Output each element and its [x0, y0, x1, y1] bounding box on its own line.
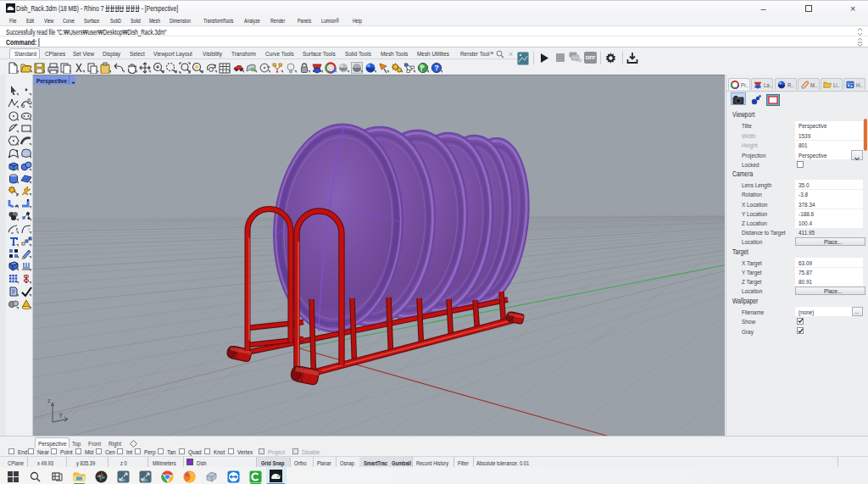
svg-text:3D: 3D	[143, 478, 147, 482]
svg-text:3D: 3D	[121, 478, 125, 482]
svg-text:z: z	[47, 398, 51, 403]
svg-text:y: y	[59, 411, 63, 418]
svg-text:?: ?	[434, 64, 439, 72]
